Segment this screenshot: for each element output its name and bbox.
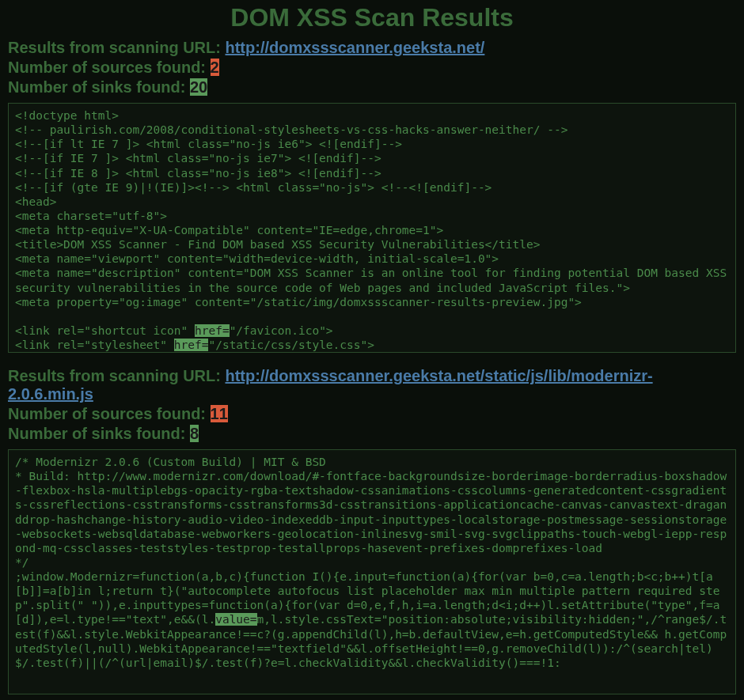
code-text: <!doctype html> <!-- paulirish.com/2008/… bbox=[15, 109, 734, 337]
sources-label: Number of sources found: bbox=[8, 405, 211, 422]
sinks-line: Number of sinks found: 20 bbox=[8, 78, 736, 96]
scan-url-label: Results from scanning URL: bbox=[8, 367, 225, 384]
code-text: /* Modernizr 2.0.6 (Custom Build) | MIT … bbox=[15, 456, 727, 626]
sources-label: Number of sources found: bbox=[8, 59, 211, 76]
highlighted-sink: value= bbox=[215, 613, 256, 626]
sinks-count: 8 bbox=[190, 425, 199, 442]
code-block: /* Modernizr 2.0.6 (Custom Build) | MIT … bbox=[8, 449, 736, 694]
sinks-label: Number of sinks found: bbox=[8, 425, 190, 442]
highlighted-sink: href= bbox=[174, 339, 209, 351]
scan-url-label: Results from scanning URL: bbox=[8, 39, 225, 56]
scan-url-line: Results from scanning URL: http://domxss… bbox=[8, 367, 736, 403]
sinks-label: Number of sinks found: bbox=[8, 78, 190, 96]
sources-line: Number of sources found: 2 bbox=[8, 59, 736, 77]
highlighted-sink: href= bbox=[195, 324, 230, 337]
sources-count: 11 bbox=[211, 405, 228, 422]
code-block: <!doctype html> <!-- paulirish.com/2008/… bbox=[8, 103, 736, 353]
sources-line: Number of sources found: 11 bbox=[8, 405, 736, 423]
page-title: DOM XSS Scan Results bbox=[8, 3, 736, 32]
sinks-line: Number of sinks found: 8 bbox=[8, 425, 736, 443]
sinks-count: 20 bbox=[190, 78, 207, 96]
sources-count: 2 bbox=[211, 59, 219, 76]
code-text: "/static/css/style.css"> bbox=[208, 339, 374, 351]
scan-url-link[interactable]: http://domxssscanner.geeksta.net/ bbox=[225, 39, 484, 56]
scan-url-line: Results from scanning URL: http://domxss… bbox=[8, 39, 736, 57]
